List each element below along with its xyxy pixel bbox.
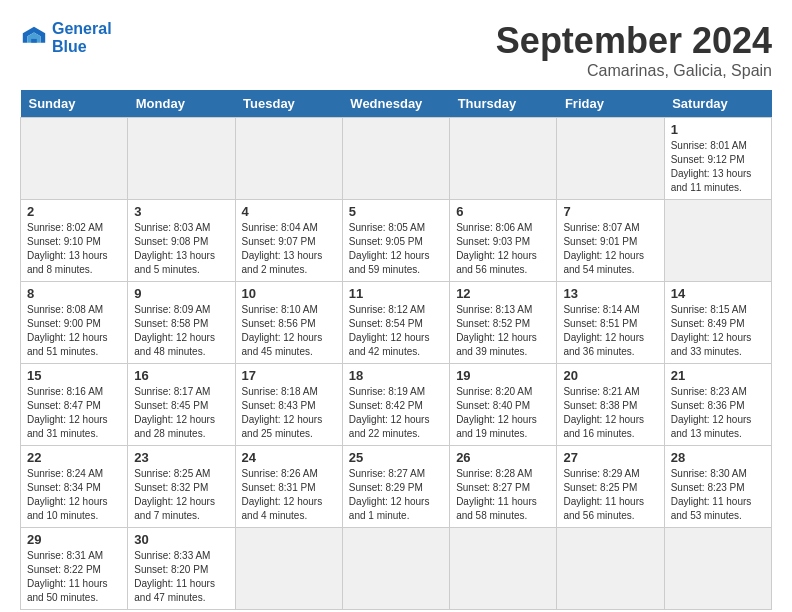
day-cell: 18Sunrise: 8:19 AMSunset: 8:42 PMDayligh…: [342, 364, 449, 446]
day-info: Sunrise: 8:15 AMSunset: 8:49 PMDaylight:…: [671, 303, 765, 359]
week-row-1: 1Sunrise: 8:01 AMSunset: 9:12 PMDaylight…: [21, 118, 772, 200]
day-cell: 6Sunrise: 8:06 AMSunset: 9:03 PMDaylight…: [450, 200, 557, 282]
day-number: 29: [27, 532, 121, 547]
day-info: Sunrise: 8:26 AMSunset: 8:31 PMDaylight:…: [242, 467, 336, 523]
day-info: Sunrise: 8:24 AMSunset: 8:34 PMDaylight:…: [27, 467, 121, 523]
day-header-sunday: Sunday: [21, 90, 128, 118]
day-cell: 10Sunrise: 8:10 AMSunset: 8:56 PMDayligh…: [235, 282, 342, 364]
day-info: Sunrise: 8:01 AMSunset: 9:12 PMDaylight:…: [671, 139, 765, 195]
day-info: Sunrise: 8:05 AMSunset: 9:05 PMDaylight:…: [349, 221, 443, 277]
day-number: 8: [27, 286, 121, 301]
day-info: Sunrise: 8:23 AMSunset: 8:36 PMDaylight:…: [671, 385, 765, 441]
day-cell: 3Sunrise: 8:03 AMSunset: 9:08 PMDaylight…: [128, 200, 235, 282]
day-info: Sunrise: 8:27 AMSunset: 8:29 PMDaylight:…: [349, 467, 443, 523]
day-cell: 4Sunrise: 8:04 AMSunset: 9:07 PMDaylight…: [235, 200, 342, 282]
week-row-5: 22Sunrise: 8:24 AMSunset: 8:34 PMDayligh…: [21, 446, 772, 528]
day-info: Sunrise: 8:20 AMSunset: 8:40 PMDaylight:…: [456, 385, 550, 441]
day-info: Sunrise: 8:17 AMSunset: 8:45 PMDaylight:…: [134, 385, 228, 441]
day-info: Sunrise: 8:31 AMSunset: 8:22 PMDaylight:…: [27, 549, 121, 605]
day-cell: 28Sunrise: 8:30 AMSunset: 8:23 PMDayligh…: [664, 446, 771, 528]
week-row-4: 15Sunrise: 8:16 AMSunset: 8:47 PMDayligh…: [21, 364, 772, 446]
logo: General Blue: [20, 20, 112, 56]
day-number: 5: [349, 204, 443, 219]
day-number: 13: [563, 286, 657, 301]
day-info: Sunrise: 8:04 AMSunset: 9:07 PMDaylight:…: [242, 221, 336, 277]
day-info: Sunrise: 8:16 AMSunset: 8:47 PMDaylight:…: [27, 385, 121, 441]
day-number: 27: [563, 450, 657, 465]
day-cell: [342, 528, 449, 610]
day-number: 6: [456, 204, 550, 219]
day-info: Sunrise: 8:19 AMSunset: 8:42 PMDaylight:…: [349, 385, 443, 441]
title-section: September 2024 Camarinas, Galicia, Spain: [496, 20, 772, 80]
day-number: 24: [242, 450, 336, 465]
day-info: Sunrise: 8:12 AMSunset: 8:54 PMDaylight:…: [349, 303, 443, 359]
day-info: Sunrise: 8:18 AMSunset: 8:43 PMDaylight:…: [242, 385, 336, 441]
week-row-2: 2Sunrise: 8:02 AMSunset: 9:10 PMDaylight…: [21, 200, 772, 282]
day-info: Sunrise: 8:06 AMSunset: 9:03 PMDaylight:…: [456, 221, 550, 277]
day-info: Sunrise: 8:21 AMSunset: 8:38 PMDaylight:…: [563, 385, 657, 441]
day-number: 17: [242, 368, 336, 383]
day-cell: 9Sunrise: 8:09 AMSunset: 8:58 PMDaylight…: [128, 282, 235, 364]
day-cell: [342, 118, 449, 200]
day-cell: 11Sunrise: 8:12 AMSunset: 8:54 PMDayligh…: [342, 282, 449, 364]
day-info: Sunrise: 8:13 AMSunset: 8:52 PMDaylight:…: [456, 303, 550, 359]
month-title: September 2024: [496, 20, 772, 62]
day-number: 15: [27, 368, 121, 383]
day-number: 14: [671, 286, 765, 301]
day-number: 19: [456, 368, 550, 383]
day-info: Sunrise: 8:29 AMSunset: 8:25 PMDaylight:…: [563, 467, 657, 523]
day-cell: 8Sunrise: 8:08 AMSunset: 9:00 PMDaylight…: [21, 282, 128, 364]
days-header-row: SundayMondayTuesdayWednesdayThursdayFrid…: [21, 90, 772, 118]
day-cell: [235, 528, 342, 610]
day-info: Sunrise: 8:03 AMSunset: 9:08 PMDaylight:…: [134, 221, 228, 277]
day-cell: [557, 528, 664, 610]
day-number: 22: [27, 450, 121, 465]
day-info: Sunrise: 8:08 AMSunset: 9:00 PMDaylight:…: [27, 303, 121, 359]
day-number: 16: [134, 368, 228, 383]
location: Camarinas, Galicia, Spain: [496, 62, 772, 80]
day-cell: 12Sunrise: 8:13 AMSunset: 8:52 PMDayligh…: [450, 282, 557, 364]
day-cell: 25Sunrise: 8:27 AMSunset: 8:29 PMDayligh…: [342, 446, 449, 528]
day-cell: 20Sunrise: 8:21 AMSunset: 8:38 PMDayligh…: [557, 364, 664, 446]
day-cell: 29Sunrise: 8:31 AMSunset: 8:22 PMDayligh…: [21, 528, 128, 610]
day-cell: 19Sunrise: 8:20 AMSunset: 8:40 PMDayligh…: [450, 364, 557, 446]
day-number: 7: [563, 204, 657, 219]
day-cell: [235, 118, 342, 200]
day-cell: [21, 118, 128, 200]
day-number: 12: [456, 286, 550, 301]
svg-rect-2: [31, 39, 37, 43]
day-cell: [128, 118, 235, 200]
day-number: 3: [134, 204, 228, 219]
day-number: 23: [134, 450, 228, 465]
day-cell: 1Sunrise: 8:01 AMSunset: 9:12 PMDaylight…: [664, 118, 771, 200]
day-number: 28: [671, 450, 765, 465]
day-header-thursday: Thursday: [450, 90, 557, 118]
day-header-wednesday: Wednesday: [342, 90, 449, 118]
day-info: Sunrise: 8:28 AMSunset: 8:27 PMDaylight:…: [456, 467, 550, 523]
day-cell: 14Sunrise: 8:15 AMSunset: 8:49 PMDayligh…: [664, 282, 771, 364]
day-number: 2: [27, 204, 121, 219]
logo-icon: [20, 24, 48, 52]
day-header-friday: Friday: [557, 90, 664, 118]
day-cell: 27Sunrise: 8:29 AMSunset: 8:25 PMDayligh…: [557, 446, 664, 528]
day-number: 21: [671, 368, 765, 383]
day-info: Sunrise: 8:33 AMSunset: 8:20 PMDaylight:…: [134, 549, 228, 605]
day-cell: 26Sunrise: 8:28 AMSunset: 8:27 PMDayligh…: [450, 446, 557, 528]
day-cell: [450, 528, 557, 610]
day-cell: 2Sunrise: 8:02 AMSunset: 9:10 PMDaylight…: [21, 200, 128, 282]
day-cell: 15Sunrise: 8:16 AMSunset: 8:47 PMDayligh…: [21, 364, 128, 446]
day-cell: 13Sunrise: 8:14 AMSunset: 8:51 PMDayligh…: [557, 282, 664, 364]
day-cell: 17Sunrise: 8:18 AMSunset: 8:43 PMDayligh…: [235, 364, 342, 446]
day-header-saturday: Saturday: [664, 90, 771, 118]
day-number: 18: [349, 368, 443, 383]
day-cell: 5Sunrise: 8:05 AMSunset: 9:05 PMDaylight…: [342, 200, 449, 282]
day-info: Sunrise: 8:07 AMSunset: 9:01 PMDaylight:…: [563, 221, 657, 277]
day-header-monday: Monday: [128, 90, 235, 118]
day-cell: [557, 118, 664, 200]
calendar-table: SundayMondayTuesdayWednesdayThursdayFrid…: [20, 90, 772, 610]
day-header-tuesday: Tuesday: [235, 90, 342, 118]
day-info: Sunrise: 8:25 AMSunset: 8:32 PMDaylight:…: [134, 467, 228, 523]
day-number: 11: [349, 286, 443, 301]
day-cell: 22Sunrise: 8:24 AMSunset: 8:34 PMDayligh…: [21, 446, 128, 528]
day-cell: [664, 200, 771, 282]
